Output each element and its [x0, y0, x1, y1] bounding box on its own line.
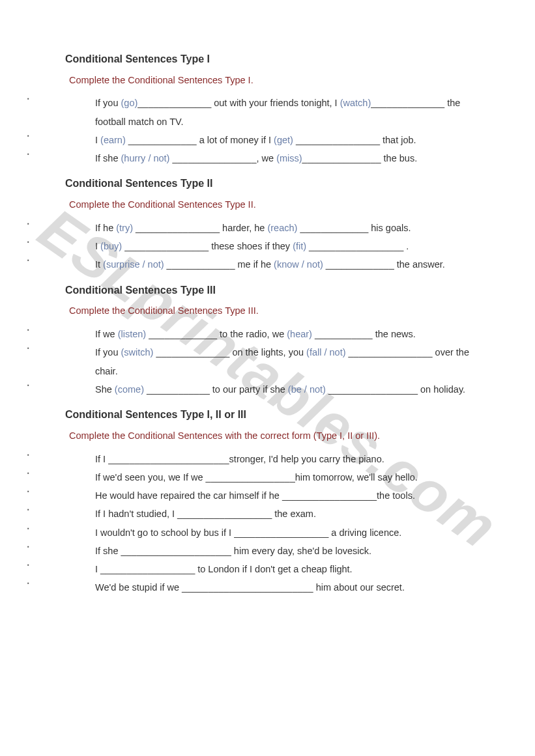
list-item: If I _______________________stronger, I'…: [65, 450, 483, 468]
list-item: I (buy) ________________ these shoes if …: [65, 237, 483, 255]
verb-hint: (earn): [100, 135, 126, 145]
verb-hint: (switch): [121, 347, 154, 357]
list-item: If you (go)______________ out with your …: [65, 94, 483, 131]
list-type-3: If we (listen) _____________ to the radi…: [65, 325, 483, 399]
list-item: If we (listen) _____________ to the radi…: [65, 325, 483, 343]
list-item: If she _____________________ him every d…: [65, 542, 483, 560]
list-item: If you (switch) ______________ on the li…: [65, 343, 483, 380]
verb-hint: (fit): [293, 241, 306, 251]
list-item: If he (try) ________________ harder, he …: [65, 219, 483, 237]
instruction-type-2: Complete the Conditional Sentences Type …: [69, 196, 483, 214]
list-type-2: If he (try) ________________ harder, he …: [65, 219, 483, 274]
worksheet-page: Conditional Sentences Type I Complete th…: [0, 0, 535, 630]
verb-hint: (reach): [267, 223, 297, 233]
instruction-type-3: Complete the Conditional Sentences Type …: [69, 302, 483, 320]
verb-hint: (go): [121, 98, 138, 108]
list-item: It (surprise / not) _____________ me if …: [65, 255, 483, 273]
heading-type-3: Conditional Sentences Type III: [65, 281, 483, 300]
verb-hint: (fall / not): [306, 347, 345, 357]
verb-hint: (get): [274, 135, 293, 145]
verb-hint: (miss): [276, 153, 302, 163]
list-item: I __________________ to London if I don'…: [65, 560, 483, 578]
verb-hint: (surprise / not): [103, 259, 164, 270]
list-type-1: If you (go)______________ out with your …: [65, 94, 483, 167]
verb-hint: (know / not): [274, 259, 323, 270]
list-item: If I hadn't studied, I _________________…: [65, 505, 483, 523]
list-item: I wouldn't go to school by bus if I ____…: [65, 524, 483, 542]
instruction-mixed: Complete the Conditional Sentences with …: [69, 427, 483, 445]
verb-hint: (try): [116, 223, 133, 233]
instruction-type-1: Complete the Conditional Sentences Type …: [69, 72, 483, 89]
verb-hint: (hurry / not): [121, 153, 170, 163]
list-item: We'd be stupid if we ___________________…: [65, 578, 483, 596]
verb-hint: (be / not): [288, 384, 326, 395]
verb-hint: (watch): [340, 98, 371, 108]
list-item: If she (hurry / not) ________________, w…: [65, 149, 483, 167]
heading-type-1: Conditional Sentences Type I: [65, 49, 483, 69]
verb-hint: (come): [115, 384, 144, 395]
list-item: I (earn) _____________ a lot of money if…: [65, 131, 483, 149]
list-item: If we'd seen you, we If we _____________…: [65, 468, 483, 486]
list-mixed: If I _______________________stronger, I'…: [65, 450, 483, 597]
list-item: He would have repaired the car himself i…: [65, 486, 483, 505]
heading-mixed: Conditional Sentences Type I, II or III: [65, 405, 483, 425]
verb-hint: (listen): [118, 329, 147, 339]
verb-hint: (buy): [100, 241, 122, 251]
heading-type-2: Conditional Sentences Type II: [65, 174, 483, 193]
verb-hint: (hear): [287, 329, 312, 339]
list-item: She (come) ____________ to our party if …: [65, 380, 483, 399]
